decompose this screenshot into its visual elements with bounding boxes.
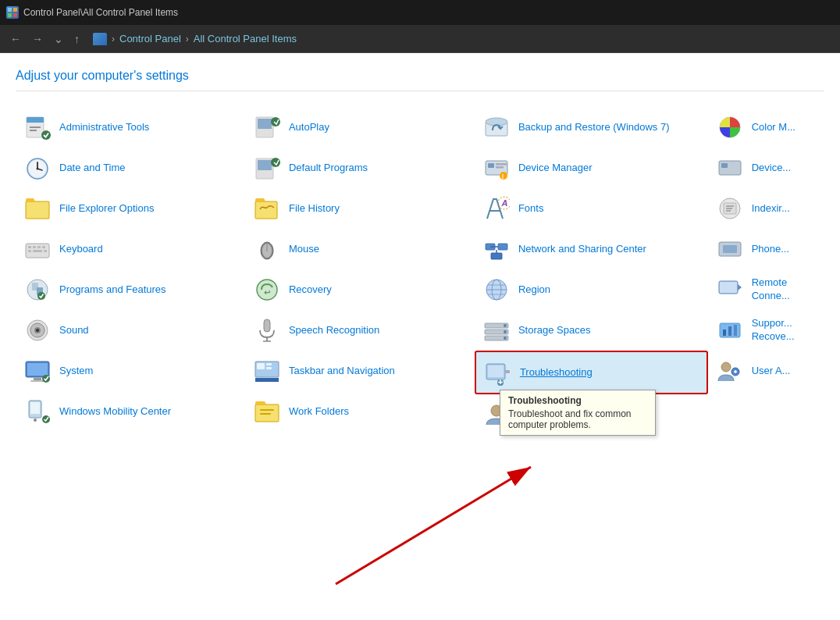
- item-work-folders[interactable]: Work Folders: [245, 391, 475, 432]
- item-color-management[interactable]: Color M...: [708, 107, 824, 148]
- svg-rect-46: [255, 201, 277, 219]
- svg-text:!: !: [501, 173, 504, 180]
- color-management-label[interactable]: Color M...: [752, 121, 796, 134]
- svg-rect-52: [264, 319, 270, 332]
- column-2: AutoPlay Default Programs File History M…: [245, 107, 475, 435]
- svg-rect-77: [491, 253, 502, 259]
- item-phone[interactable]: Phone...: [708, 229, 824, 269]
- item-storage-spaces[interactable]: Storage Spaces: [475, 310, 708, 351]
- speech-recognition-label[interactable]: Speech Recognition: [289, 324, 379, 337]
- svg-text:A: A: [500, 198, 507, 208]
- page-title: Adjust your computer's settings: [16, 69, 824, 91]
- breadcrumb-sep-1: ›: [112, 34, 115, 45]
- date-time-icon: [23, 154, 52, 182]
- programs-features-label[interactable]: Programs and Features: [59, 283, 166, 297]
- backup-restore-icon: [482, 113, 511, 141]
- item-troubleshooting[interactable]: Troubleshooting Troubleshooting Troubles…: [475, 351, 708, 394]
- item-taskbar-navigation[interactable]: Taskbar and Navigation: [245, 351, 475, 391]
- network-sharing-label[interactable]: Network and Sharing Center: [518, 243, 646, 256]
- taskbar-navigation-label[interactable]: Taskbar and Navigation: [289, 365, 395, 378]
- item-date-time[interactable]: Date and Time: [16, 148, 245, 188]
- title-bar-text: Control Panel\All Control Panel Items: [23, 7, 178, 18]
- remote-connect-label[interactable]: Remote Conne...: [752, 276, 817, 303]
- breadcrumb-sep-2: ›: [186, 34, 189, 45]
- item-sound[interactable]: Sound: [16, 310, 245, 351]
- fonts-label[interactable]: Fonts: [518, 202, 544, 216]
- items-container: Administrative Tools Date and Time File …: [16, 107, 824, 435]
- item-device[interactable]: Device...: [708, 148, 824, 188]
- breadcrumb-control-panel[interactable]: Control Panel: [119, 33, 181, 45]
- work-folders-icon: [253, 397, 281, 426]
- system-label[interactable]: System: [59, 365, 93, 378]
- svg-rect-21: [33, 250, 42, 252]
- item-system[interactable]: System: [16, 351, 245, 391]
- forward-button[interactable]: →: [28, 31, 47, 47]
- svg-rect-67: [496, 163, 507, 166]
- item-support-recovery[interactable]: Suppor... Recove...: [708, 310, 824, 351]
- file-history-icon: [253, 194, 281, 223]
- support-recovery-label[interactable]: Suppor... Recove...: [752, 317, 817, 344]
- device-manager-label[interactable]: Device Manager: [518, 162, 593, 175]
- item-recovery[interactable]: ↩ Recovery: [245, 269, 475, 310]
- item-programs-features[interactable]: Programs and Features: [16, 269, 245, 310]
- svg-point-45: [271, 158, 280, 167]
- recovery-label[interactable]: Recovery: [289, 283, 332, 297]
- file-history-label[interactable]: File History: [289, 202, 340, 216]
- svg-rect-5: [27, 117, 44, 123]
- item-speech-recognition[interactable]: Speech Recognition: [245, 310, 475, 351]
- indexing-icon: [716, 194, 744, 223]
- device-label[interactable]: Device...: [752, 162, 792, 175]
- file-explorer-icon: [23, 194, 52, 223]
- item-fonts[interactable]: A Fonts: [475, 188, 708, 229]
- item-device-manager[interactable]: ! Device Manager: [475, 148, 708, 188]
- keyboard-label[interactable]: Keyboard: [59, 243, 103, 256]
- troubleshooting-label[interactable]: Troubleshooting: [520, 366, 593, 379]
- title-bar: Control Panel\All Control Panel Items: [0, 0, 840, 25]
- file-explorer-label[interactable]: File Explorer Options: [59, 202, 154, 216]
- item-remote-connect[interactable]: Remote Conne...: [708, 269, 824, 310]
- up-button[interactable]: ↑: [70, 31, 84, 47]
- item-network-sharing[interactable]: Network and Sharing Center: [475, 229, 708, 269]
- item-file-history[interactable]: File History: [245, 188, 475, 229]
- back-button[interactable]: ←: [6, 31, 25, 47]
- history-button[interactable]: ⌄: [50, 31, 67, 47]
- breadcrumb-all-items[interactable]: All Control Panel Items: [194, 33, 297, 45]
- svg-rect-16: [28, 246, 31, 248]
- default-programs-label[interactable]: Default Programs: [289, 162, 368, 175]
- storage-spaces-label[interactable]: Storage Spaces: [518, 324, 591, 337]
- admin-tools-label[interactable]: Administrative Tools: [59, 121, 149, 134]
- item-user-accounts[interactable]: User A...: [708, 351, 824, 391]
- svg-rect-99: [721, 163, 728, 168]
- item-file-explorer[interactable]: File Explorer Options: [16, 188, 245, 229]
- item-autoplay[interactable]: AutoPlay: [245, 107, 475, 148]
- sound-label[interactable]: Sound: [59, 324, 89, 337]
- svg-point-8: [41, 130, 51, 140]
- svg-point-87: [504, 324, 507, 327]
- autoplay-label[interactable]: AutoPlay: [289, 121, 329, 134]
- mouse-label[interactable]: Mouse: [289, 243, 319, 256]
- region-label[interactable]: Region: [518, 283, 550, 297]
- windows-mobility-label[interactable]: Windows Mobility Center: [59, 405, 171, 419]
- date-time-label[interactable]: Date and Time: [59, 162, 126, 175]
- svg-rect-66: [488, 163, 494, 168]
- item-default-programs[interactable]: Default Programs: [245, 148, 475, 188]
- svg-rect-91: [488, 365, 504, 377]
- svg-point-30: [36, 329, 39, 332]
- item-admin-tools[interactable]: Administrative Tools: [16, 107, 245, 148]
- device-icon: [716, 154, 744, 182]
- phone-label[interactable]: Phone...: [752, 243, 789, 256]
- item-keyboard[interactable]: Keyboard: [16, 229, 245, 269]
- speech-recognition-icon: [253, 316, 281, 344]
- backup-restore-label[interactable]: Backup and Restore (Windows 7): [518, 121, 670, 134]
- item-indexing[interactable]: Indexir...: [708, 188, 824, 229]
- work-folders-label[interactable]: Work Folders: [289, 405, 349, 419]
- item-region[interactable]: Region: [475, 269, 708, 310]
- nav-bar: ← → ⌄ ↑ › Control Panel › All Control Pa…: [0, 25, 840, 53]
- item-backup-restore[interactable]: Backup and Restore (Windows 7): [475, 107, 708, 148]
- item-windows-mobility[interactable]: Windows Mobility Center: [16, 391, 245, 432]
- tooltip-description: Troubleshoot and fix common computer pro…: [508, 408, 647, 430]
- indexing-label[interactable]: Indexir...: [752, 202, 790, 216]
- svg-rect-2: [8, 13, 12, 17]
- user-accounts-label[interactable]: User A...: [752, 365, 791, 378]
- item-mouse[interactable]: Mouse: [245, 229, 475, 269]
